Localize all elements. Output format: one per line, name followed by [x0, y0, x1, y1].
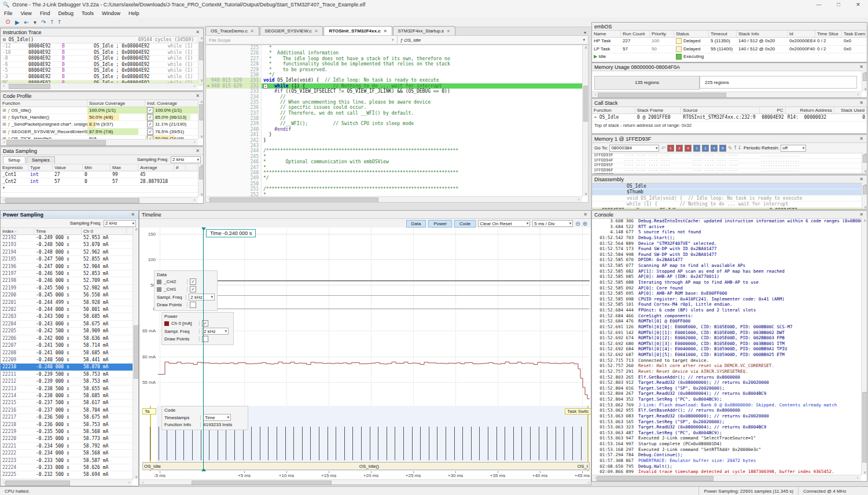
scroll-up-arrow[interactable]: ∧	[199, 100, 204, 104]
down-arrow-icon[interactable]: ⭡	[58, 19, 61, 25]
trace-row[interactable]: -1208004E92BOS_Idle ; 0x08004E92while (1…	[1, 43, 203, 50]
power-sample-row[interactable]: 22216-0.237 000 s58.704 mA	[1, 407, 133, 414]
power-sample-row[interactable]: 22198-0.246 000 s52.709 mA	[1, 277, 133, 284]
power-sample-row[interactable]: 22196-0.247 000 s52.904 mA	[1, 263, 133, 270]
scroll-down-arrow[interactable]: ∨	[199, 192, 204, 197]
load-down-icon[interactable]: ⭣	[738, 145, 741, 151]
vertical-scrollbar[interactable]: ∧∨	[198, 163, 204, 197]
trace-row[interactable]: -1008004E92BOS_Idle ; 0x08004E92while (1…	[1, 50, 203, 56]
scroll-right-arrow[interactable]: ›	[192, 198, 197, 202]
code-line[interactable]: 227 * The idle loop does not have a stac…	[206, 56, 588, 61]
code-line[interactable]: 245*	[206, 154, 588, 159]
series-visible-checkbox[interactable]: ✓	[190, 286, 196, 292]
menu-item-tools[interactable]: Tools	[78, 10, 98, 16]
power-sample-row[interactable]: 22206-0.242 000 s58.636 mA	[1, 335, 133, 342]
vertical-scrollbar[interactable]: ∧∨	[862, 183, 867, 210]
coverage-checkbox[interactable]: ✓	[147, 129, 153, 135]
power-sample-row[interactable]: 22222-0.234 000 s58.568 mA	[1, 450, 133, 457]
series-visible-checkbox[interactable]: ✓	[190, 278, 196, 285]
horizontal-scrollbar[interactable]: ‹›	[1, 479, 133, 486]
close-button[interactable]: ✕	[848, 1, 868, 9]
scrollbar-thumb[interactable]	[5, 481, 70, 486]
tab-STM32F4xx_Startup.s[interactable]: STM32F4xx_Startup.s✕	[393, 26, 455, 35]
scroll-down-arrow[interactable]: ∨	[863, 169, 867, 174]
power-sample-row[interactable]: 22209-0.240 500 s58.441 mA	[1, 357, 133, 364]
power-table-body[interactable]: 22192-0.249 000 s52.953 mA22193-0.248 50…	[1, 234, 133, 479]
scrollbar-thumb[interactable]	[199, 42, 204, 60]
horizontal-scrollbar[interactable]: ‹›	[592, 475, 861, 481]
tab-samples[interactable]: Samples	[27, 156, 55, 163]
scroll-right-arrow[interactable]: ›	[855, 476, 860, 480]
code-line[interactable]: 233 #if ((OS_VIEW_IFSELECT != OS_VIEW_IF…	[206, 89, 588, 94]
power-sample-row[interactable]: 22200-0.245 000 s56.550 mA	[1, 292, 133, 299]
draw-points-checkbox[interactable]	[190, 302, 196, 308]
close-icon[interactable]: ✕	[384, 29, 387, 34]
byte-width-button[interactable]: 4	[711, 145, 718, 152]
time-cursor[interactable]	[203, 228, 204, 471]
maximize-button[interactable]: □	[829, 1, 848, 9]
column-header[interactable]: Ch 0	[82, 228, 127, 234]
task-band[interactable]: OS_IdleOS_Idle()OS_I	[142, 462, 590, 470]
scroll-up-arrow[interactable]: ∧	[862, 218, 867, 223]
close-icon[interactable]: ✕	[858, 212, 865, 217]
vertical-scrollbar[interactable]: ∧∨	[862, 71, 867, 91]
power-sample-row[interactable]: 22225-0.232 500 s58.694 mA	[1, 471, 133, 478]
code-line[interactable]: 238 //	[206, 116, 588, 121]
timeline-chart[interactable]: 15010050065 mA60 mA55 mAOS_IdleOS_Idle()…	[139, 228, 591, 479]
scroll-left-arrow[interactable]: ‹	[140, 481, 146, 485]
scroll-down-arrow[interactable]: ∨	[134, 475, 139, 479]
file-scope-select[interactable]: File Scope▾	[206, 36, 398, 44]
tab-setup[interactable]: Setup	[3, 156, 25, 163]
legend-freq-select[interactable]: 2 kHz▾	[202, 328, 229, 335]
code-area[interactable]: 225 *226 * Additional information227 * T…	[205, 45, 589, 203]
scroll-up-arrow[interactable]: ∧	[199, 36, 204, 41]
time-per-div-select[interactable]: 5 ms / Div▾	[532, 220, 573, 227]
coverage-checkbox[interactable]: ✓	[147, 121, 153, 127]
scrollbar-thumb[interactable]	[199, 104, 204, 120]
legend-freq-select[interactable]: 2 kHz▾	[189, 294, 215, 300]
scrollbar-thumb[interactable]	[597, 476, 713, 481]
horizontal-scrollbar[interactable]: ‹›	[206, 196, 582, 203]
save-up-icon[interactable]: ⭡	[734, 145, 737, 151]
trace-row[interactable]: -508004E92BOS_Idle ; 0x08004E92while (1)	[1, 68, 203, 74]
menu-item-file[interactable]: File	[0, 10, 17, 16]
step-dropdown-icon[interactable]: ▾	[34, 19, 36, 25]
horizontal-scrollbar[interactable]: ‹›	[592, 91, 862, 98]
code-line[interactable]: 236 // specific issues could occur.	[206, 105, 588, 110]
scroll-right-arrow[interactable]: ›	[586, 481, 591, 485]
power-sample-row[interactable]: 22193-0.248 500 s53.070 mA	[1, 241, 133, 248]
expand-icon[interactable]: ⊞	[2, 108, 8, 113]
vertical-scrollbar[interactable]: ∧∨	[198, 36, 204, 83]
byte-width-button[interactable]: 8	[719, 145, 726, 152]
power-sample-row[interactable]: 22194-0.248 000 s52.962 mA	[1, 249, 133, 256]
close-icon[interactable]: ✕	[858, 100, 865, 105]
close-icon[interactable]: ✕	[194, 148, 201, 153]
cursor-handle-top[interactable]	[201, 228, 206, 230]
scroll-right-arrow[interactable]: ›	[576, 197, 582, 201]
profile-row[interactable]: ⊞ ƒ _SendPacket(unsigned char*, unsigned…	[1, 121, 203, 128]
code-line[interactable]: 241 }	[206, 132, 588, 137]
data-row[interactable]: _Cnt1int2709945	[1, 171, 203, 178]
code-line[interactable]: 230 */	[206, 72, 588, 78]
code-line[interactable]: 251/************************************…	[206, 186, 588, 192]
vertical-scrollbar[interactable]: ∧∨	[582, 45, 589, 196]
disassembly-row[interactable]: $Thumb	[592, 189, 867, 195]
scroll-down-arrow[interactable]: ∨	[199, 134, 204, 139]
vertical-scrollbar[interactable]: ∧∨	[133, 227, 139, 479]
power-sample-row[interactable]: 22224-0.233 000 s58.626 mA	[1, 464, 133, 471]
scroll-down-arrow[interactable]: ∨	[862, 470, 867, 475]
code-line[interactable]: 229 * to be preserved.	[206, 67, 588, 72]
refresh-icon[interactable]: ↷	[41, 19, 46, 25]
disassembly-row[interactable]: OS_Idle	[592, 184, 867, 189]
code-legend[interactable]: CodeTimestampsTime▾Function Info4193233 …	[161, 406, 248, 430]
scrollbar-thumb[interactable]	[199, 167, 204, 179]
timeline-mode-data-button[interactable]: Data	[406, 220, 426, 228]
scroll-right-arrow[interactable]: ›	[855, 93, 861, 97]
scrollbar-thumb[interactable]	[583, 86, 589, 122]
task-row[interactable]: HP Task227100Delayed5 (11350)140 / 512 @…	[592, 38, 867, 46]
trace-row[interactable]: -808004E92BOS_Idle ; 0x08004E92while (1)	[1, 56, 203, 62]
power-sample-row[interactable]: 22197-0.246 500 s52.853 mA	[1, 270, 133, 277]
tab-SEGGER_SYSVIEW.c[interactable]: SEGGER_SYSVIEW.c✕	[260, 26, 323, 35]
code-line[interactable]: 226 * Additional information	[206, 50, 588, 56]
code-line[interactable]: 234 //	[206, 94, 588, 100]
